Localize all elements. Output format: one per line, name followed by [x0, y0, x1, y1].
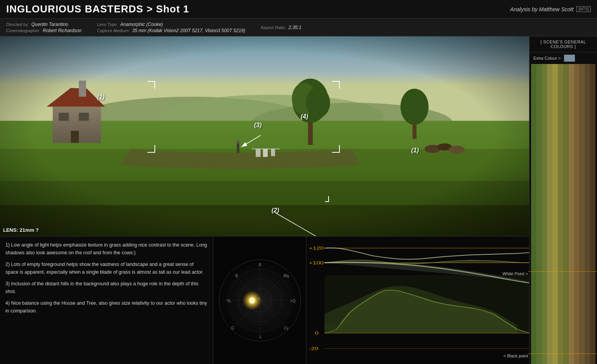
svg-point-54 [253, 299, 254, 300]
scene-svg [0, 36, 529, 236]
colour-bar-2 [536, 64, 542, 364]
meta-aspect: Aspect Ratio: 2.35:1 [261, 25, 301, 30]
meta-director: Directed by: Quentin Tarantino Cinematog… [6, 22, 81, 33]
svg-point-53 [258, 298, 260, 299]
colour-bar-3 [542, 64, 547, 364]
svg-point-52 [249, 297, 255, 304]
analysis-point-4: 4) Nice balance using the House and Tree… [5, 299, 208, 315]
white-point-indicator [306, 247, 529, 248]
svg-text:0: 0 [315, 331, 319, 335]
svg-rect-30 [0, 36, 529, 236]
bracket-1-tr [147, 81, 155, 89]
colour-bar-1 [531, 64, 536, 364]
svg-text:Mg: Mg [284, 274, 289, 278]
annotation-1a: (1) [97, 94, 105, 101]
right-sidebar: [ SCENE'S GENERAL COLOURS ] Extra Colour… [529, 36, 597, 364]
colour-bar-7 [563, 64, 569, 364]
left-panel: (1) (2) (3) (4) (1) LENS: 21mm ? [0, 36, 529, 364]
colour-bar-10 [579, 64, 585, 364]
extra-colour-label: Extra Colour > [533, 56, 561, 60]
analysis-point-2: 2) Lots of empty foreground helps show t… [5, 260, 208, 276]
annotation-3: (3) [254, 122, 262, 129]
film-frame: (1) (2) (3) (4) (1) LENS: 21mm ? [0, 36, 529, 236]
svg-text:G: G [231, 326, 234, 330]
analysis-point-3: 3) Inclusion of the distant hills in the… [5, 280, 208, 295]
annotation-4: (4) [301, 113, 308, 120]
mts-badge: [MTS] [576, 6, 591, 12]
svg-text:+120: +120 [309, 246, 324, 250]
vectorscope: R Mg +Q YL -I G Cy B [217, 258, 303, 343]
colour-bar-4 [547, 64, 552, 364]
white-point-label: White Point > [502, 271, 528, 276]
colour-bar-8 [569, 64, 574, 364]
svg-text:+100: +100 [309, 260, 324, 265]
extra-colour-swatch [564, 55, 575, 62]
lens-label: LENS: 21mm ? [3, 227, 39, 233]
colour-bar-6 [558, 64, 563, 364]
svg-text:R: R [258, 263, 261, 267]
meta-lens: Lens Type: Anamorphic (Cooke) Capture Me… [97, 22, 245, 33]
colour-bar-5 [552, 64, 558, 364]
svg-text:YL: YL [226, 299, 231, 303]
svg-text:-I: -I [258, 335, 261, 339]
scene-colours-title: [ SCENE'S GENERAL COLOURS ] [530, 36, 597, 52]
svg-text:+Q: +Q [290, 299, 296, 303]
analysis-attribution: Analysis by Matthew Scott [MTS] [510, 6, 591, 12]
waveform-panel: +120 +100 0 -20 [306, 236, 529, 364]
meta-row: Directed by: Quentin Tarantino Cinematog… [0, 19, 597, 36]
colour-bar-12 [590, 64, 595, 364]
svg-text:-20: -20 [309, 346, 318, 351]
header: INGLOURIOUS BASTERDS > Shot 1 Analysis b… [0, 0, 597, 19]
svg-point-55 [261, 301, 262, 302]
bracket-4-tr [332, 81, 340, 89]
colour-bar-11 [585, 64, 590, 364]
colour-bars [531, 64, 595, 364]
svg-text:B: B [235, 274, 238, 278]
vectorscope-panel: R Mg +Q YL -I G Cy B [213, 236, 306, 364]
black-point-line [528, 354, 597, 354]
page-title: INGLOURIOUS BASTERDS > Shot 1 [6, 3, 189, 15]
white-point-line [528, 271, 597, 272]
main-area: (1) (2) (3) (4) (1) LENS: 21mm ? [0, 36, 597, 364]
bracket-4-br [332, 145, 340, 153]
bracket-1-br [147, 145, 155, 153]
colour-bar-9 [574, 64, 580, 364]
analysis-text-panel: 1) Low angle of light helps emphasize te… [0, 236, 213, 364]
black-point-label: < Black point [504, 354, 528, 358]
analysis-point-1: 1) Low angle of light helps emphasize te… [5, 241, 208, 257]
bracket-2-br [325, 196, 329, 202]
waveform: +120 +100 0 -20 [306, 236, 529, 364]
svg-text:Cy: Cy [284, 326, 288, 330]
bottom-section: 1) Low angle of light helps emphasize te… [0, 236, 529, 364]
extra-colour-row: Extra Colour > [530, 52, 597, 64]
annotation-2: (2) [272, 207, 279, 214]
annotation-1b: (1) [411, 147, 419, 154]
